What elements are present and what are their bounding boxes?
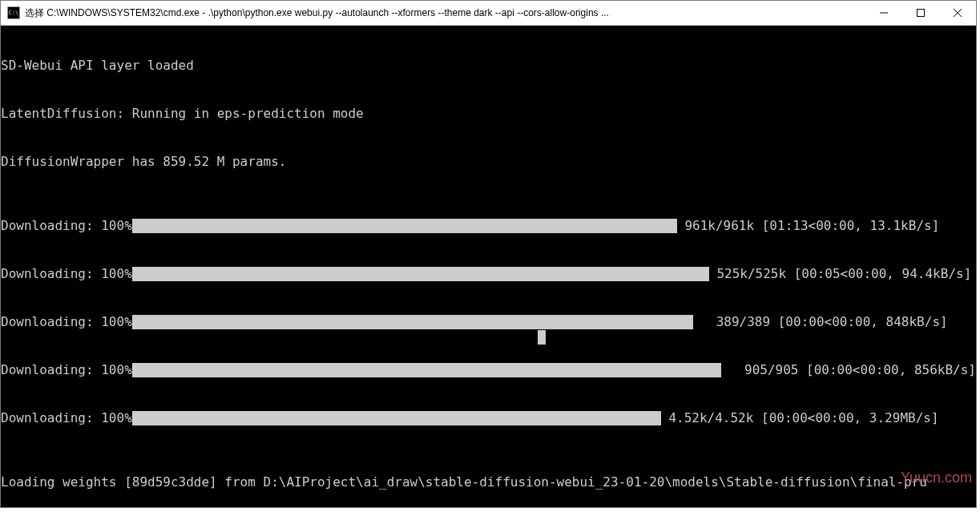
command-prompt-window: 选择 C:\WINDOWS\SYSTEM32\cmd.exe - .\pytho… [0, 0, 977, 508]
download-label: Downloading: 100% [1, 314, 132, 330]
download-progress-line: Downloading: 100% 4.52k/4.52k [00:00<00:… [1, 410, 976, 426]
titlebar[interactable]: 选择 C:\WINDOWS\SYSTEM32\cmd.exe - .\pytho… [1, 1, 976, 26]
terminal-line: Loading weights [89d59c3dde] from D:\AIP… [1, 474, 976, 490]
window-title: 选择 C:\WINDOWS\SYSTEM32\cmd.exe - .\pytho… [25, 6, 865, 20]
download-label: Downloading: 100% [1, 410, 132, 426]
cmd-icon [7, 6, 20, 19]
progress-bar [132, 411, 661, 425]
svg-rect-1 [917, 10, 925, 17]
download-stats: 905/905 [00:00<00:00, 856kB/s] [721, 362, 976, 378]
terminal-cursor [538, 330, 546, 345]
progress-bar [132, 219, 677, 233]
download-progress-line: Downloading: 100% 905/905 [00:00<00:00, … [1, 362, 976, 378]
progress-bar [132, 315, 693, 329]
terminal-output[interactable]: SD-Webui API layer loaded LatentDiffusio… [1, 26, 976, 507]
watermark: Yuucn.com [901, 470, 972, 486]
download-stats: 389/389 [00:00<00:00, 848kB/s] [693, 314, 948, 330]
download-progress-line: Downloading: 100% 961k/961k [01:13<00:00… [1, 218, 976, 234]
progress-bar [132, 363, 721, 377]
progress-bar [132, 267, 709, 281]
window-controls [865, 1, 976, 25]
terminal-line: SD-Webui API layer loaded [1, 58, 976, 74]
download-label: Downloading: 100% [1, 362, 132, 378]
download-stats: 525k/525k [00:05<00:00, 94.4kB/s] [709, 266, 972, 282]
minimize-button[interactable] [865, 1, 902, 25]
close-button[interactable] [939, 1, 976, 25]
terminal-line: DiffusionWrapper has 859.52 M params. [1, 154, 976, 170]
download-label: Downloading: 100% [1, 266, 132, 282]
download-stats: 961k/961k [01:13<00:00, 13.1kB/s] [677, 218, 940, 234]
download-label: Downloading: 100% [1, 218, 132, 234]
maximize-button[interactable] [902, 1, 939, 25]
download-progress-line: Downloading: 100% 525k/525k [00:05<00:00… [1, 266, 976, 282]
download-stats: 4.52k/4.52k [00:00<00:00, 3.29MB/s] [661, 410, 939, 426]
terminal-line: LatentDiffusion: Running in eps-predicti… [1, 106, 976, 122]
download-progress-line: Downloading: 100% 389/389 [00:00<00:00, … [1, 314, 976, 330]
